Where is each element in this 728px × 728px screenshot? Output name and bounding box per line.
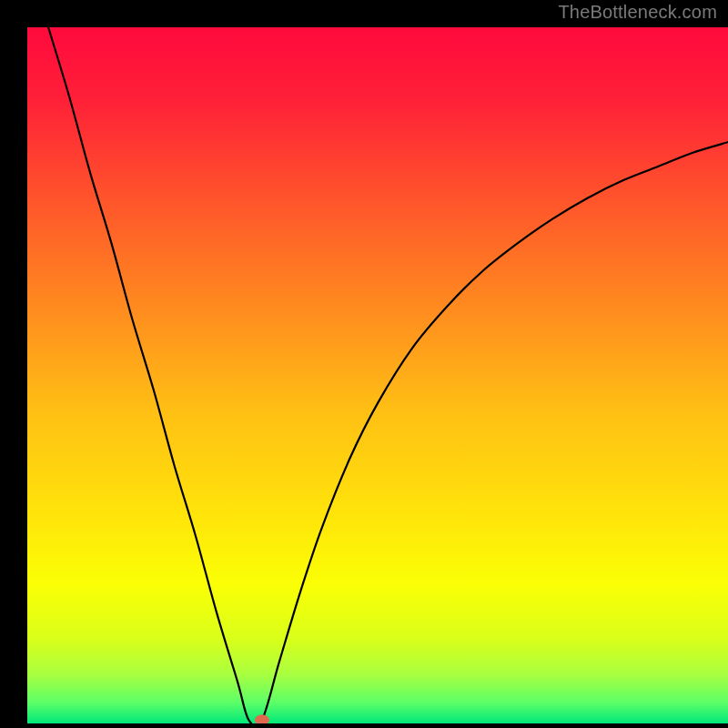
plot-background	[27, 27, 728, 723]
bottleneck-chart	[0, 0, 728, 728]
watermark-text: TheBottleneck.com	[558, 2, 717, 23]
frame-left	[0, 0, 27, 728]
frame-bottom	[0, 723, 728, 728]
